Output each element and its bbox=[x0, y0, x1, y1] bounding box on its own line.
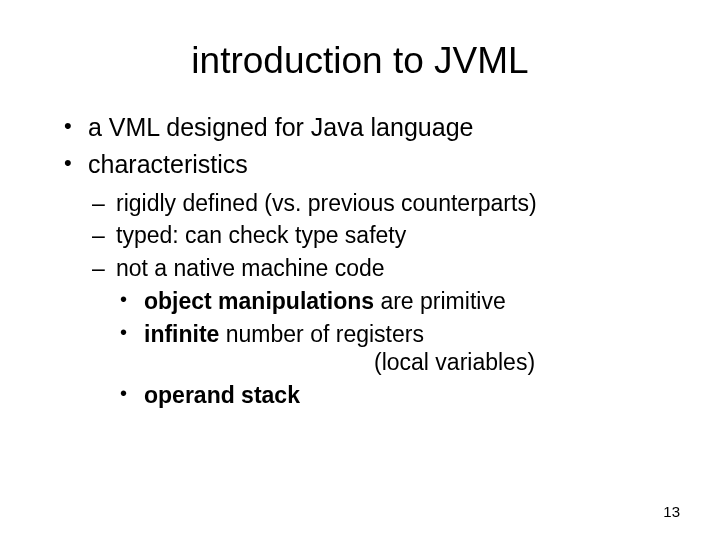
sub-bullet-item: typed: can check type safety bbox=[88, 221, 670, 250]
sub-bullet-list: rigidly defined (vs. previous counterpar… bbox=[88, 189, 670, 410]
bullet-item: characteristics rigidly defined (vs. pre… bbox=[60, 149, 670, 410]
bullet-item: a VML designed for Java language bbox=[60, 112, 670, 143]
subsub-bullet-item: object manipulations are primitive bbox=[116, 287, 670, 316]
sub-bullet-text: rigidly defined (vs. previous counterpar… bbox=[116, 190, 537, 216]
bold-text: infinite bbox=[144, 321, 219, 347]
sub-bullet-item: rigidly defined (vs. previous counterpar… bbox=[88, 189, 670, 218]
sub-bullet-text: not a native machine code bbox=[116, 255, 385, 281]
slide-body: a VML designed for Java language charact… bbox=[0, 112, 720, 410]
bold-text: operand stack bbox=[144, 382, 300, 408]
subsub-bullet-item: operand stack bbox=[116, 381, 670, 410]
plain-text: number of registers bbox=[219, 321, 424, 347]
slide-title: introduction to JVML bbox=[0, 0, 720, 112]
bullet-text: characteristics bbox=[88, 150, 248, 178]
subsub-bullet-item: infinite number of registers (local vari… bbox=[116, 320, 670, 378]
bullet-list: a VML designed for Java language charact… bbox=[60, 112, 670, 410]
continuation-text: (local variables) bbox=[144, 348, 670, 377]
sub-bullet-text: typed: can check type safety bbox=[116, 222, 406, 248]
plain-text: are primitive bbox=[374, 288, 506, 314]
bold-text: object manipulations bbox=[144, 288, 374, 314]
page-number: 13 bbox=[663, 503, 680, 520]
slide: introduction to JVML a VML designed for … bbox=[0, 0, 720, 540]
sub-bullet-item: not a native machine code object manipul… bbox=[88, 254, 670, 410]
bullet-text: a VML designed for Java language bbox=[88, 113, 473, 141]
subsub-bullet-list: object manipulations are primitive infin… bbox=[116, 287, 670, 410]
